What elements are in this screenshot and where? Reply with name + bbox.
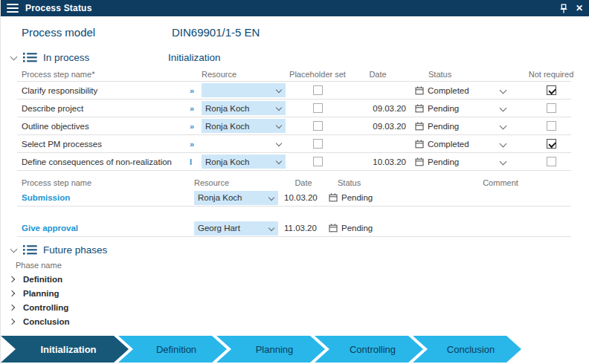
collapse-chevron-icon[interactable] [7, 248, 20, 252]
col-comment: Comment [412, 178, 589, 187]
table-row: Define consequences of non-realization I… [1, 153, 589, 170]
resource-dropdown[interactable] [202, 137, 286, 151]
col-step-name: Process step name [22, 178, 190, 187]
resource-dropdown[interactable]: Ronja Koch [202, 119, 286, 133]
calendar-icon [329, 224, 338, 233]
date-value: 11.03.20 [278, 224, 323, 233]
status-value: Pending [428, 104, 459, 113]
resource-dropdown[interactable]: Ronja Koch [202, 101, 286, 115]
col-phase-name: Phase name [16, 261, 589, 270]
process-model-label: Process model [22, 26, 172, 39]
calendar-icon [415, 140, 424, 149]
status-value: Pending [341, 193, 373, 202]
status-chevron-icon[interactable] [499, 87, 506, 94]
status-value: Pending [428, 157, 459, 166]
calendar-icon [415, 86, 424, 95]
table-row: Outline objectives » Ronja Koch 09.03.20… [1, 117, 589, 134]
col-status: Status [323, 178, 412, 187]
not-required-checkbox[interactable] [547, 121, 556, 131]
status-chevron-icon[interactable] [499, 105, 506, 112]
phase-chip-initialization[interactable]: Initialization [1, 336, 129, 363]
step-name: Outline objectives [22, 122, 190, 131]
status-value: Completed [428, 86, 469, 95]
status-chevron-icon[interactable] [499, 140, 506, 148]
table-row: Select PM processes » Completed [1, 135, 589, 152]
step-name: Clarify responsibility [22, 86, 190, 95]
expand-chevron-icon[interactable] [8, 277, 23, 282]
placeholder-checkbox[interactable] [313, 157, 323, 166]
calendar-icon [415, 104, 424, 113]
jump-icon[interactable]: » [190, 86, 202, 95]
expand-chevron-icon[interactable] [8, 305, 23, 310]
indicator-icon[interactable]: I [190, 157, 202, 166]
phase-name: Conclusion [23, 317, 70, 326]
step-link[interactable]: Give approval [22, 224, 190, 233]
window-title: Process Status [25, 3, 559, 13]
date-value: 09.03.20 [350, 104, 409, 113]
col-status: Status [409, 70, 492, 79]
table-row: Submission Ronja Koch 10.03.20 Pending [1, 189, 589, 206]
process-model-value: DIN69901/1-5 EN [172, 26, 260, 39]
list-item[interactable]: Controlling [1, 300, 589, 314]
col-resource: Resource [194, 178, 278, 187]
list-item[interactable]: Conclusion [1, 314, 589, 328]
expand-chevron-icon[interactable] [8, 291, 23, 296]
milestones-table-header: Process step name Resource Date Status C… [1, 175, 589, 189]
jump-icon[interactable]: » [190, 122, 202, 131]
not-required-checkbox[interactable] [547, 85, 556, 95]
chevron-down-icon [276, 105, 282, 111]
chevron-down-icon [276, 158, 282, 164]
list-item[interactable]: Definition [1, 272, 589, 286]
col-resource: Resource [202, 70, 286, 79]
resource-dropdown[interactable]: Ronja Koch [202, 155, 286, 169]
jump-icon[interactable]: » [190, 104, 202, 113]
placeholder-checkbox[interactable] [313, 85, 323, 95]
step-link[interactable]: Submission [22, 193, 190, 202]
status-chevron-icon[interactable] [499, 158, 506, 166]
expand-chevron-icon[interactable] [8, 319, 23, 324]
chevron-down-icon [268, 194, 274, 200]
list-icon[interactable] [23, 244, 37, 256]
phase-chip-conclusion[interactable]: Conclusion [413, 336, 521, 363]
section-label: Future phases [43, 244, 107, 256]
table-row: Clarify responsibility » Completed [1, 82, 589, 99]
close-icon[interactable]: ✕ [576, 4, 583, 13]
not-required-checkbox[interactable] [547, 103, 556, 113]
resource-dropdown[interactable] [202, 83, 286, 97]
collapse-chevron-icon[interactable] [7, 56, 20, 59]
pin-icon[interactable] [559, 4, 568, 13]
col-placeholder: Placeholder set [286, 70, 350, 79]
calendar-icon [415, 157, 424, 166]
jump-icon[interactable]: » [190, 140, 202, 149]
placeholder-checkbox[interactable] [313, 103, 323, 113]
section-label: In process [43, 52, 89, 63]
resource-dropdown[interactable]: Georg Hart [194, 221, 278, 235]
phase-chip-planning[interactable]: Planning [216, 336, 325, 363]
table-row: Describe project » Ronja Koch 09.03.20 P… [1, 100, 589, 117]
date-value: 09.03.20 [350, 122, 409, 131]
phase-chip-definition[interactable]: Definition [118, 336, 227, 363]
placeholder-checkbox[interactable] [313, 121, 323, 131]
col-date: Date [278, 178, 323, 187]
calendar-icon [329, 193, 338, 202]
col-step-name: Process step name* [22, 70, 190, 79]
phase-chip-controlling[interactable]: Controlling [315, 336, 423, 363]
list-item[interactable]: Planning [1, 286, 589, 300]
window-titlebar: Process Status ✕ [1, 0, 589, 16]
table-row: Give approval Georg Hart 11.03.20 Pendin… [1, 220, 589, 236]
menu-icon[interactable] [7, 4, 19, 13]
date-value: 10.03.20 [278, 193, 323, 202]
chevron-down-icon [268, 224, 274, 230]
placeholder-checkbox[interactable] [313, 139, 323, 149]
section-in-process: In process Initialization [1, 49, 589, 65]
status-value: Pending [428, 122, 459, 131]
resource-dropdown[interactable]: Ronja Koch [194, 191, 278, 205]
calendar-icon [415, 122, 424, 131]
not-required-checkbox[interactable] [547, 139, 556, 149]
list-icon[interactable] [23, 52, 37, 63]
section-future-phases: Future phases [1, 241, 589, 258]
not-required-checkbox[interactable] [547, 157, 556, 166]
col-date: Date [350, 70, 409, 79]
phase-name: Definition [23, 275, 62, 284]
status-chevron-icon[interactable] [499, 123, 506, 130]
